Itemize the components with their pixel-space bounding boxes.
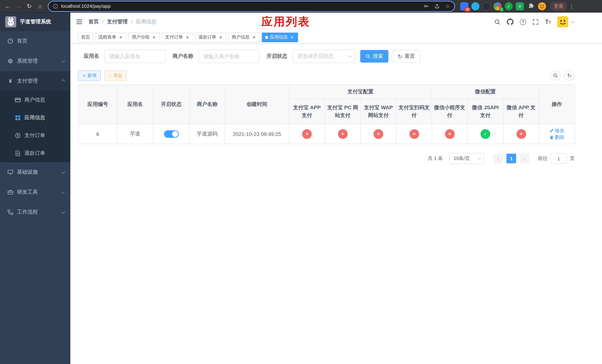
refresh-table-button[interactable]: ↻ [564,70,575,81]
sidebar-item-app-info[interactable]: 应用信息 [0,109,70,127]
sidebar-item-refund-orders[interactable]: 退款订单 [0,144,70,162]
close-icon[interactable]: × [118,35,123,40]
cell-status [153,124,189,144]
help-icon[interactable]: ? [520,19,526,25]
status-select[interactable]: 请选择开启状态 [292,50,355,63]
table-toolbar: + 新增 ↓ 导出 ↻ [78,70,575,81]
chevron-down-icon [61,170,65,173]
close-icon[interactable]: × [251,35,257,40]
browser-reload-icon[interactable]: ↻ [24,1,34,11]
url-text[interactable]: localhost:1024/pay/app [61,3,110,9]
avatar-caret-icon[interactable] [571,20,574,23]
tab-app-info[interactable]: 应用信息× [262,32,298,42]
tab-refund-orders[interactable]: 退款订单× [195,32,226,42]
header-search-icon[interactable] [494,19,501,25]
sidebar-item-dev-tools[interactable]: 研发工具 [0,182,70,202]
chevron-down-icon [61,59,65,62]
col-status: 开启状态 [153,85,189,124]
avatar[interactable] [557,16,568,27]
site-info-icon[interactable] [53,3,58,9]
alipay-qr-status-icon: × [409,129,419,139]
extensions-puzzle-icon[interactable] [527,2,535,10]
merchant-name-input[interactable] [198,50,259,63]
next-page-button[interactable]: › [520,154,529,163]
tab-user-group[interactable]: 用户分组× [129,32,160,42]
close-icon[interactable]: × [218,35,223,40]
github-icon[interactable] [507,19,514,25]
col-wx-app: 微信 APP 支付 [503,99,539,124]
screen: ← → ↻ ⌂ localhost:1024/pay/app ☆ 10 1 ✓ … [0,0,602,364]
goto-page-input[interactable] [550,153,567,164]
extension-icon-drop[interactable] [471,2,479,10]
close-icon[interactable]: × [151,35,157,40]
search-button[interactable]: 搜索 [360,50,388,63]
tab-process-form[interactable]: 流程表单× [95,32,127,42]
tab-home[interactable]: 首页 [78,32,93,42]
sidebar-item-system[interactable]: 系统管理 [0,51,70,71]
download-icon: ↓ [109,73,111,78]
active-dot [265,36,268,39]
export-button[interactable]: ↓ 导出 [104,70,127,81]
bookmark-star-icon[interactable]: ☆ [445,3,450,9]
hamburger-icon[interactable] [76,19,83,25]
col-alipay-qr: 支付宝扫码支付 [396,99,432,124]
close-icon[interactable]: × [185,35,190,40]
chevron-up-icon [61,79,65,83]
sidebar-item-payment[interactable]: ¥ 支付管理 [0,71,70,91]
extension-icon-dark[interactable] [483,2,491,10]
sidebar-item-workflow[interactable]: 工作流程 [0,202,70,222]
logo-image [5,16,16,27]
app-name-label: 应用名 [84,53,99,60]
cell-created: 2021-10-23 08:49:25 [225,124,289,144]
pagination: 共 1 条 10条/页 ‹ 1 › 前往 页 [78,153,575,164]
sidebar-item-merchant-info[interactable]: 商户信息 [0,91,70,109]
extension-badge: 1 [500,7,504,12]
browser-back-icon[interactable]: ← [3,1,13,11]
extension-icon-notes[interactable]: ≡ [516,2,524,10]
cell-merchant: 芋道源码 [189,124,225,144]
browser-update-button[interactable]: 更新 [550,1,567,11]
page-1-button[interactable]: 1 [506,154,516,163]
breadcrumb-home[interactable]: 首页 [88,19,99,25]
share-icon[interactable] [434,3,440,9]
font-size-icon[interactable]: TT [545,19,551,25]
sidebar-item-infrastructure[interactable]: 基础设施 [0,162,70,182]
col-alipay-pc: 支付宝 PC 网站支付 [325,99,360,124]
reset-button[interactable]: ↻ 重置 [392,50,420,63]
password-key-icon[interactable] [424,3,429,9]
wx-app-status-icon: × [516,129,526,139]
refresh-icon: ↻ [567,73,571,78]
toggle-search-button[interactable] [550,70,560,81]
browser-menu-icon[interactable]: ⋮ [568,3,575,10]
page-size-select[interactable]: 10条/页 [450,153,484,164]
tags-view: 首页 流程表单× 用户分组× 支付订单× 退款订单× 商户信息× 应用信息× [70,31,602,44]
prev-page-button[interactable]: ‹ [493,154,503,163]
add-button[interactable]: + 新增 [78,70,101,81]
browser-profile-avatar[interactable] [538,2,546,10]
gear-icon [7,58,13,64]
browser-forward-icon[interactable]: → [14,1,23,11]
top-navbar: 首页 / 支付管理 / 应用信息 应用列表 ? TT [70,13,602,31]
tab-pay-orders[interactable]: 支付订单× [162,32,193,42]
navbar-actions: ? TT [494,16,574,27]
breadcrumb-parent[interactable]: 支付管理 [107,19,128,25]
extension-icon-check[interactable]: ✓ [505,2,513,10]
extension-icon-blue[interactable]: 10 [460,2,468,10]
close-icon[interactable]: × [290,35,295,40]
app-name-input[interactable] [104,50,165,63]
extension-icon-colorful[interactable]: 1 [494,2,502,10]
yen-icon: ¥ [7,78,13,84]
tab-merchant-info[interactable]: 商户信息× [228,32,260,42]
address-bar[interactable]: localhost:1024/pay/app ☆ [49,1,454,11]
page-annotation: 应用列表 [261,14,310,30]
fullscreen-icon[interactable] [532,19,539,25]
browser-home-icon[interactable]: ⌂ [35,1,45,11]
search-icon [366,54,371,59]
status-switch[interactable] [164,130,179,138]
sidebar-item-pay-orders[interactable]: 支付订单 [0,127,70,144]
chevron-down-icon [478,156,481,160]
app-logo[interactable]: 芋道管理系统 [0,13,70,31]
delete-button[interactable]: 删除 [549,134,564,140]
edit-button[interactable]: 修改 [549,127,564,134]
sidebar-item-home[interactable]: 首页 [0,31,70,51]
